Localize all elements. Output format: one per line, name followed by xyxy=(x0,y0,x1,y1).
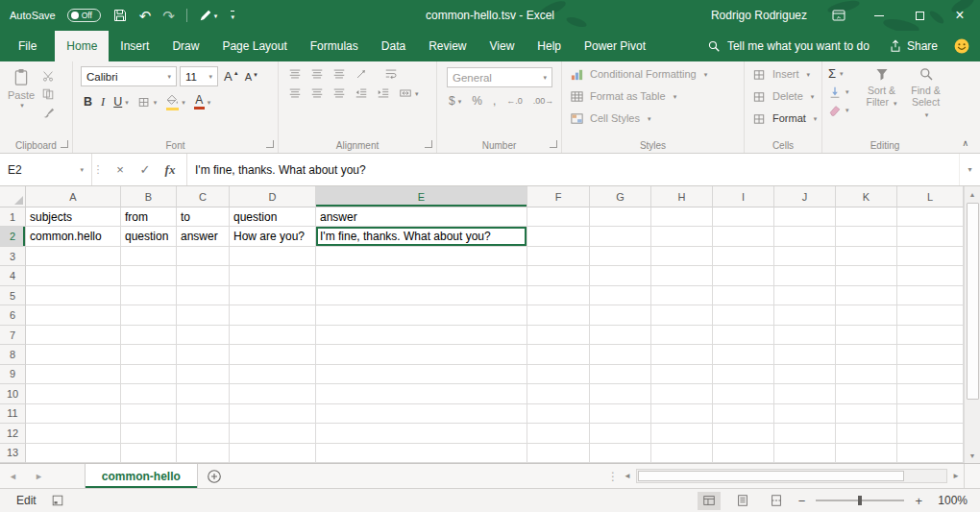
ribbon-tab-draw[interactable]: Draw xyxy=(160,31,210,61)
align-left-button[interactable] xyxy=(288,86,302,100)
cell-H3[interactable] xyxy=(651,247,713,266)
copy-button[interactable] xyxy=(41,87,55,101)
cell-B9[interactable] xyxy=(121,365,177,384)
row-header-11[interactable]: 11 xyxy=(0,404,26,424)
cell-B4[interactable] xyxy=(121,266,177,285)
zoom-in-button[interactable]: + xyxy=(915,494,922,508)
ribbon-tab-insert[interactable]: Insert xyxy=(109,31,160,61)
cell-E13[interactable] xyxy=(316,444,527,463)
cell-K13[interactable] xyxy=(836,444,897,463)
cell-J3[interactable] xyxy=(774,247,836,266)
cell-A6[interactable] xyxy=(26,305,121,325)
cell-H8[interactable] xyxy=(651,345,713,364)
cell-F9[interactable] xyxy=(527,365,590,384)
tab-splitter[interactable]: ⋮ xyxy=(606,464,620,488)
cell-J6[interactable] xyxy=(774,305,836,325)
cell-E2[interactable]: I'm fine, thanks. What about you? xyxy=(316,227,527,246)
cell-F7[interactable] xyxy=(527,326,590,345)
cell-K1[interactable] xyxy=(836,207,897,227)
cell-J9[interactable] xyxy=(774,365,836,384)
row-header-9[interactable]: 9 xyxy=(0,365,26,384)
cell-A9[interactable] xyxy=(26,365,121,384)
bold-button[interactable]: B xyxy=(84,95,92,109)
cell-K2[interactable] xyxy=(836,227,897,246)
cell-D12[interactable] xyxy=(230,424,316,443)
cell-L4[interactable] xyxy=(897,266,964,285)
cell-D5[interactable] xyxy=(230,286,316,305)
accounting-format-button[interactable]: $▾ xyxy=(449,94,461,108)
format-cells-button[interactable]: Format▾ xyxy=(745,109,821,128)
h-scroll-track[interactable] xyxy=(636,469,947,483)
cell-G12[interactable] xyxy=(590,424,651,443)
sheet-nav-right-button[interactable]: ► xyxy=(26,464,52,488)
cell-G11[interactable] xyxy=(590,404,651,424)
cell-A13[interactable] xyxy=(26,444,121,463)
cell-B13[interactable] xyxy=(121,444,177,463)
cell-A2[interactable]: common.hello xyxy=(26,227,121,246)
cell-B7[interactable] xyxy=(121,326,177,345)
ribbon-tab-data[interactable]: Data xyxy=(370,31,417,61)
borders-button[interactable]: ▾ xyxy=(137,95,158,109)
column-header-L[interactable]: L xyxy=(897,186,964,207)
merge-center-button[interactable]: ▾ xyxy=(399,86,419,100)
wrap-text-button[interactable] xyxy=(384,67,398,81)
cell-H2[interactable] xyxy=(651,227,713,246)
undo-button[interactable]: ↶ xyxy=(139,9,152,23)
cell-I12[interactable] xyxy=(713,424,774,443)
cell-K7[interactable] xyxy=(836,326,897,345)
orientation-button[interactable] xyxy=(355,67,368,81)
cell-G1[interactable] xyxy=(590,207,651,227)
cell-I1[interactable] xyxy=(713,207,774,227)
number-dialog-launcher[interactable] xyxy=(550,140,557,148)
cell-D2[interactable]: How are you? xyxy=(230,227,316,246)
cell-F3[interactable] xyxy=(527,247,590,266)
column-header-D[interactable]: D xyxy=(230,186,316,207)
cell-B10[interactable] xyxy=(121,384,177,403)
cell-I3[interactable] xyxy=(713,247,774,266)
expand-formula-bar-button[interactable]: ▾ xyxy=(959,154,980,185)
cell-E8[interactable] xyxy=(316,345,527,364)
vertical-scrollbar[interactable]: ▲ ▼ xyxy=(964,186,980,463)
cell-I8[interactable] xyxy=(713,345,774,364)
cell-A4[interactable] xyxy=(26,266,121,285)
ribbon-tab-home[interactable]: Home xyxy=(55,31,109,61)
horizontal-scroll-thumb[interactable] xyxy=(638,471,904,481)
column-header-K[interactable]: K xyxy=(836,186,897,207)
format-painter-button[interactable] xyxy=(41,106,55,119)
row-header-13[interactable]: 13 xyxy=(0,444,26,463)
cell-K9[interactable] xyxy=(836,365,897,384)
cell-I6[interactable] xyxy=(713,305,774,325)
cell-J10[interactable] xyxy=(774,384,836,403)
cell-B6[interactable] xyxy=(121,305,177,325)
ribbon-tab-review[interactable]: Review xyxy=(417,31,478,61)
cell-B1[interactable]: from xyxy=(121,207,177,227)
view-normal-button[interactable] xyxy=(698,492,721,510)
minimize-button[interactable] xyxy=(859,0,899,31)
row-header-2[interactable]: 2 xyxy=(0,227,26,246)
cell-E1[interactable]: answer xyxy=(316,207,527,227)
align-right-button[interactable] xyxy=(332,86,346,100)
cell-I10[interactable] xyxy=(713,384,774,403)
cell-G6[interactable] xyxy=(590,305,651,325)
cell-D6[interactable] xyxy=(230,305,316,325)
view-page-layout-button[interactable] xyxy=(731,492,754,510)
cell-D11[interactable] xyxy=(230,404,316,424)
cell-F10[interactable] xyxy=(527,384,590,403)
cell-B2[interactable]: question xyxy=(121,227,177,246)
cell-C9[interactable] xyxy=(177,365,230,384)
cell-L7[interactable] xyxy=(897,326,964,345)
cell-A5[interactable] xyxy=(26,286,121,305)
cell-styles-button[interactable]: Cell Styles▾ xyxy=(562,109,744,128)
autosum-button[interactable]: Σ▾ xyxy=(828,64,859,83)
cell-K5[interactable] xyxy=(836,286,897,305)
cell-D9[interactable] xyxy=(230,365,316,384)
cell-G5[interactable] xyxy=(590,286,651,305)
cell-K6[interactable] xyxy=(836,305,897,325)
cell-J8[interactable] xyxy=(774,345,836,364)
paste-button[interactable]: Paste ▾ xyxy=(4,65,38,119)
column-header-C[interactable]: C xyxy=(177,186,230,207)
cell-H10[interactable] xyxy=(651,384,713,403)
fill-color-button[interactable]: ▾ xyxy=(165,93,185,110)
cell-C7[interactable] xyxy=(177,326,230,345)
cell-F1[interactable] xyxy=(527,207,590,227)
